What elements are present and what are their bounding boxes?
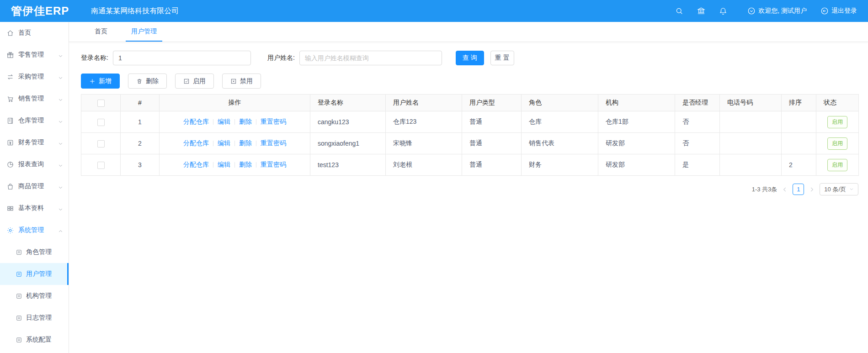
edit-link[interactable]: 编辑 [218, 161, 230, 168]
enable-button[interactable]: 启用 [175, 74, 214, 89]
disable-button[interactable]: 禁用 [222, 74, 261, 89]
trash-icon [136, 78, 143, 84]
add-button-label: 新增 [99, 77, 112, 85]
document-icon [16, 271, 22, 278]
assign-warehouse-link[interactable]: 分配仓库 [183, 161, 209, 168]
status-badge[interactable]: 启用 [827, 159, 847, 171]
delete-link[interactable]: 删除 [239, 118, 252, 125]
disable-button-label: 禁用 [240, 77, 253, 85]
gear-icon [6, 227, 14, 234]
sidebar-item-label: 商品管理 [18, 182, 44, 190]
add-button[interactable]: 新增 [81, 74, 120, 89]
cell-org: 研发部 [598, 154, 675, 176]
status-badge[interactable]: 启用 [827, 137, 847, 150]
cell-phone [720, 111, 782, 133]
login-name-input[interactable] [113, 51, 251, 65]
sidebar-subitem-label: 系统配置 [26, 336, 52, 344]
document-icon [16, 337, 22, 343]
sidebar-subitem-system-config[interactable]: 系统配置 [0, 329, 69, 351]
sidebar-subitem-organizations[interactable]: 机构管理 [0, 285, 69, 307]
divider [256, 119, 256, 125]
edit-link[interactable]: 编辑 [218, 139, 230, 147]
document-icon [16, 293, 22, 300]
edit-link[interactable]: 编辑 [218, 118, 230, 125]
chevron-down-icon [58, 162, 63, 167]
sidebar-item-system[interactable]: 系统管理 [0, 219, 69, 241]
sidebar-item-warehouse[interactable]: 仓库管理 [0, 110, 69, 132]
logout-icon [820, 7, 829, 15]
sidebar-subitem-users[interactable]: 用户管理 [0, 263, 69, 285]
document-icon [16, 249, 22, 256]
row-checkbox[interactable] [97, 119, 105, 126]
delete-link[interactable]: 删除 [239, 161, 252, 168]
cell-phone [720, 133, 782, 154]
delete-button[interactable]: 删除 [128, 74, 167, 89]
sidebar: 首页 零售管理 采购管理 销售管理 [0, 22, 69, 353]
user-name-input[interactable] [299, 51, 442, 65]
divider [213, 141, 213, 146]
row-checkbox[interactable] [97, 140, 105, 148]
column-operations: 操作 [160, 95, 310, 111]
next-page-icon[interactable] [809, 186, 815, 193]
logout-button[interactable]: 退出登录 [820, 7, 857, 15]
row-index: 3 [121, 154, 160, 176]
sidebar-item-home[interactable]: 首页 [0, 22, 69, 44]
sidebar-subitem-roles[interactable]: 角色管理 [0, 241, 69, 263]
tab-bar: 首页 用户管理 [69, 22, 868, 42]
page-number[interactable]: 1 [793, 184, 804, 195]
app-logo: 管伊佳ERP [11, 4, 69, 18]
divider [234, 119, 235, 125]
reset-button[interactable]: 重 置 [490, 51, 514, 65]
cell-sort: 2 [782, 154, 816, 176]
cell-manager: 是 [675, 154, 720, 176]
chevron-down-icon [58, 96, 63, 101]
divider [234, 162, 235, 168]
chevron-down-icon [58, 53, 63, 58]
sidebar-item-products[interactable]: 商品管理 [0, 175, 69, 197]
table-row: 2 分配仓库编辑删除重置密码 songxiaofeng1 宋晓锋 普通 销售代表… [81, 133, 859, 154]
sidebar-item-sales[interactable]: 销售管理 [0, 88, 69, 110]
select-all-checkbox[interactable] [97, 100, 105, 107]
column-name: 用户姓名 [386, 95, 462, 111]
search-icon[interactable] [675, 7, 683, 15]
cell-login: test123 [310, 154, 386, 176]
sidebar-item-label: 系统管理 [18, 226, 44, 234]
status-badge[interactable]: 启用 [827, 116, 847, 128]
table-header-row: # 操作 登录名称 用户姓名 用户类型 角色 机构 是否经理 电话号码 排序 状… [81, 95, 859, 111]
prev-page-icon[interactable] [782, 186, 788, 193]
reset-password-link[interactable]: 重置密码 [261, 139, 286, 147]
delete-link[interactable]: 删除 [239, 139, 252, 147]
bell-icon[interactable] [719, 7, 727, 15]
bank-icon[interactable] [697, 7, 705, 15]
sidebar-subitem-logs[interactable]: 日志管理 [0, 307, 69, 329]
login-name-label: 登录名称: [81, 54, 108, 62]
pagination: 1-3 共3条 1 10 条/页 [81, 183, 858, 195]
assign-warehouse-link[interactable]: 分配仓库 [183, 139, 209, 147]
sidebar-item-retail[interactable]: 零售管理 [0, 44, 69, 66]
row-checkbox[interactable] [97, 162, 105, 169]
cell-type: 普通 [462, 133, 522, 154]
column-login: 登录名称 [310, 95, 386, 111]
sidebar-item-finance[interactable]: 财务管理 [0, 132, 69, 153]
chevron-up-icon [58, 228, 63, 233]
column-type: 用户类型 [462, 95, 522, 111]
chevron-down-icon [58, 118, 63, 123]
tab-home[interactable]: 首页 [89, 22, 113, 42]
chevron-down-icon [58, 206, 63, 211]
search-button[interactable]: 查 询 [456, 51, 484, 65]
reset-password-link[interactable]: 重置密码 [261, 118, 286, 125]
cell-sort [782, 111, 816, 133]
sidebar-item-reports[interactable]: 报表查询 [0, 153, 69, 175]
sidebar-item-label: 仓库管理 [18, 116, 44, 125]
sidebar-item-label: 采购管理 [18, 73, 44, 81]
reset-password-link[interactable]: 重置密码 [261, 161, 286, 168]
assign-warehouse-link[interactable]: 分配仓库 [183, 118, 209, 125]
page-size-select[interactable]: 10 条/页 [820, 183, 858, 195]
sidebar-item-basic-data[interactable]: 基本资料 [0, 197, 69, 219]
user-menu[interactable]: 欢迎您, 测试用户 [747, 7, 807, 15]
row-index: 1 [121, 111, 160, 133]
company-name: 南通某某网络科技有限公司 [91, 6, 179, 16]
table-row: 3 分配仓库编辑删除重置密码 test123 刘老根 普通 财务 研发部 是 2 [81, 154, 859, 176]
sidebar-item-purchase[interactable]: 采购管理 [0, 66, 69, 88]
tab-user-management[interactable]: 用户管理 [126, 22, 162, 42]
